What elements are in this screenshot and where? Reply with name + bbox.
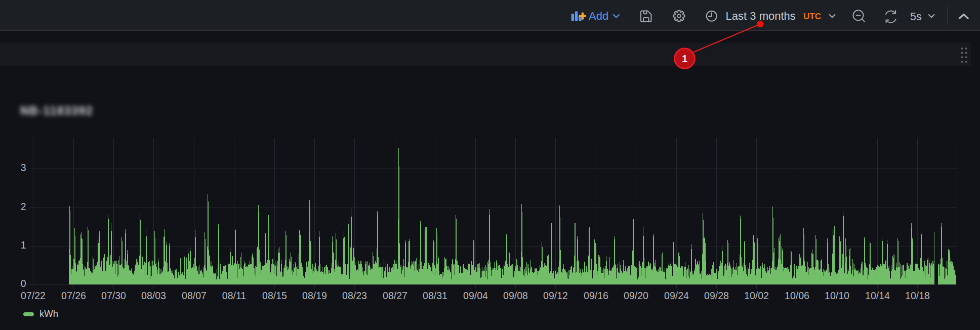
- svg-text:10/18: 10/18: [905, 290, 930, 301]
- svg-text:10/06: 10/06: [785, 290, 809, 301]
- svg-text:09/16: 09/16: [584, 290, 608, 301]
- svg-text:07/30: 07/30: [101, 290, 126, 301]
- svg-text:09/08: 09/08: [503, 290, 528, 301]
- svg-text:09/12: 09/12: [543, 290, 568, 301]
- svg-text:1: 1: [682, 53, 687, 64]
- svg-text:08/19: 08/19: [302, 290, 327, 301]
- svg-text:09/24: 09/24: [664, 290, 689, 301]
- svg-text:08/27: 08/27: [383, 290, 407, 301]
- svg-text:0: 0: [21, 278, 26, 289]
- svg-text:08/11: 08/11: [222, 290, 246, 301]
- svg-text:08/31: 08/31: [423, 290, 447, 301]
- svg-text:09/20: 09/20: [624, 290, 648, 301]
- svg-text:10/10: 10/10: [825, 290, 849, 301]
- svg-text:08/07: 08/07: [182, 290, 207, 301]
- svg-text:07/22: 07/22: [21, 290, 46, 301]
- svg-text:07/26: 07/26: [61, 290, 86, 301]
- svg-text:09/04: 09/04: [463, 290, 488, 301]
- svg-text:10/02: 10/02: [744, 290, 769, 301]
- svg-text:08/15: 08/15: [262, 290, 287, 301]
- svg-text:1: 1: [21, 239, 26, 251]
- svg-text:08/23: 08/23: [342, 290, 367, 301]
- svg-text:09/28: 09/28: [704, 290, 729, 301]
- svg-text:10/14: 10/14: [865, 290, 890, 301]
- svg-text:kWh: kWh: [39, 308, 58, 319]
- svg-text:2: 2: [21, 201, 26, 212]
- svg-text:3: 3: [21, 162, 26, 173]
- svg-text:08/03: 08/03: [141, 290, 166, 301]
